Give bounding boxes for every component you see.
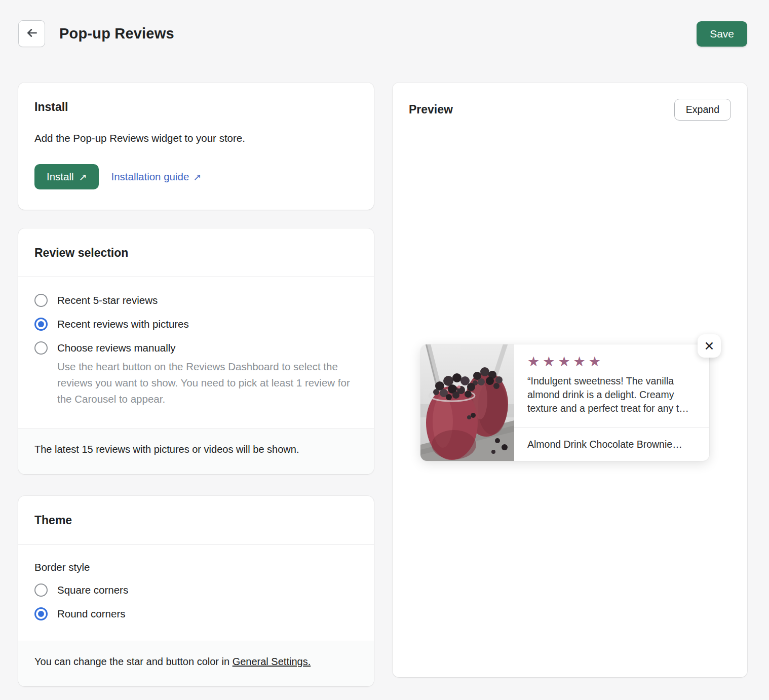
preview-panel: Preview Expand [393, 83, 747, 677]
install-card-title: Install [34, 100, 358, 114]
review-product-name[interactable]: Almond Drink Chocolate Brownie… [514, 428, 709, 461]
radio-option-choose-manually[interactable]: Choose reviews manually [34, 341, 358, 355]
choose-manually-help-text: Use the heart button on the Reviews Dash… [57, 359, 358, 407]
external-link-icon: ↗ [79, 171, 87, 183]
review-selection-header: Review selection [18, 228, 374, 277]
install-actions: Install ↗ Installation guide ↗ [34, 164, 358, 189]
theme-header: Theme [18, 496, 374, 544]
radio-option-label: Choose reviews manually [57, 342, 176, 354]
review-popup-main: ★★★★★ “Indulgent sweetness! The vanilla … [514, 344, 709, 428]
save-button[interactable]: Save [697, 21, 747, 47]
smoothie-photo-illustration [420, 344, 514, 461]
settings-column: Install Add the Pop-up Reviews widget to… [18, 83, 374, 698]
radio-option-label: Square corners [57, 584, 128, 596]
preview-header: Preview Expand [393, 83, 747, 136]
radio-unchecked-icon[interactable] [34, 341, 48, 355]
install-button-label: Install [47, 171, 74, 183]
page-title: Pop-up Reviews [59, 25, 174, 42]
radio-checked-icon[interactable] [34, 318, 48, 331]
close-icon: ✕ [704, 339, 715, 354]
review-popup-preview: ★★★★★ “Indulgent sweetness! The vanilla … [420, 344, 709, 461]
review-selection-card: Review selection Recent 5-star reviews R… [18, 228, 374, 474]
preview-body: ★★★★★ “Indulgent sweetness! The vanilla … [393, 136, 747, 677]
external-link-icon: ↗ [193, 171, 201, 183]
radio-option-label: Recent reviews with pictures [57, 318, 189, 330]
radio-option-label: Recent 5-star reviews [57, 294, 158, 306]
theme-footer-note: You can change the star and button color… [18, 641, 374, 686]
install-button[interactable]: Install ↗ [34, 164, 99, 189]
installation-guide-link[interactable]: Installation guide ↗ [111, 171, 201, 183]
radio-unchecked-icon[interactable] [34, 584, 48, 597]
border-style-label: Border style [34, 561, 358, 573]
page-header: Pop-up Reviews Save [18, 20, 747, 47]
radio-checked-icon[interactable] [34, 607, 48, 620]
content-columns: Install Add the Pop-up Reviews widget to… [18, 83, 747, 698]
installation-guide-label: Installation guide [111, 171, 189, 183]
radio-unchecked-icon[interactable] [34, 294, 48, 307]
radio-option-round-corners[interactable]: Round corners [34, 607, 358, 620]
install-card: Install Add the Pop-up Reviews widget to… [18, 83, 374, 210]
theme-footer-text: You can change the star and button color… [34, 656, 233, 667]
install-description: Add the Pop-up Reviews widget to your st… [34, 132, 358, 144]
review-popup-content: ★★★★★ “Indulgent sweetness! The vanilla … [514, 344, 709, 461]
theme-card: Theme Border style Square corners Round … [18, 496, 374, 686]
review-selection-title: Review selection [34, 246, 358, 260]
radio-option-recent-5-star[interactable]: Recent 5-star reviews [34, 294, 358, 307]
radio-option-square-corners[interactable]: Square corners [34, 584, 358, 597]
radio-option-recent-with-pictures[interactable]: Recent reviews with pictures [34, 318, 358, 331]
preview-column: Preview Expand [393, 83, 747, 677]
popup-close-button[interactable]: ✕ [698, 334, 721, 358]
back-button[interactable] [18, 20, 45, 47]
expand-button[interactable]: Expand [674, 99, 731, 121]
radio-option-label: Round corners [57, 608, 125, 620]
popup-reviews-settings-page: Pop-up Reviews Save Install Add the Pop-… [0, 0, 769, 698]
review-selection-footer-note: The latest 15 reviews with pictures or v… [18, 429, 374, 474]
preview-title: Preview [409, 103, 453, 116]
review-text: “Indulgent sweetness! The vanilla almond… [527, 374, 696, 415]
general-settings-link[interactable]: General Settings. [233, 656, 311, 667]
review-photo [420, 344, 514, 461]
theme-body: Border style Square corners Round corner… [18, 545, 374, 641]
five-star-rating: ★★★★★ [527, 355, 696, 369]
review-selection-body: Recent 5-star reviews Recent reviews wit… [18, 277, 374, 429]
theme-title: Theme [34, 514, 358, 527]
arrow-left-icon [25, 26, 39, 42]
